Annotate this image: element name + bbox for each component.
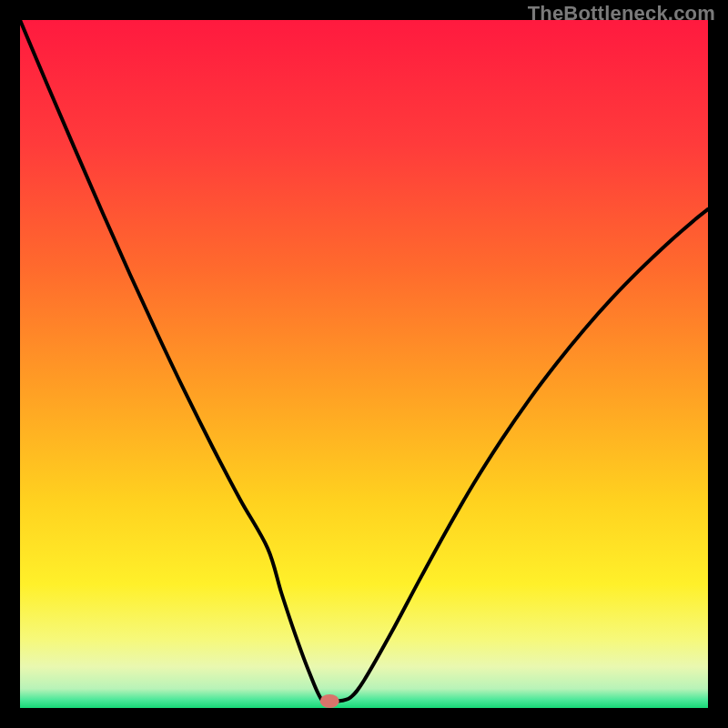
plot-background [20,20,708,708]
bottleneck-chart [20,20,708,708]
watermark-text: TheBottleneck.com [528,2,715,25]
chart-frame: TheBottleneck.com [0,0,728,728]
optimum-marker [320,694,339,708]
